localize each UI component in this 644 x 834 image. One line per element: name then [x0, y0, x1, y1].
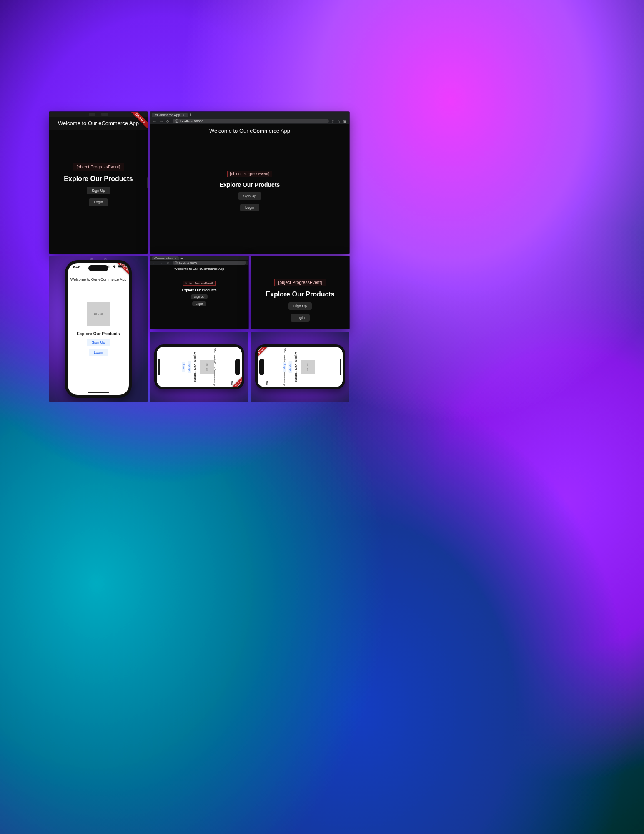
signup-button[interactable]: Sign Up — [188, 361, 191, 373]
panel-browser-wide: eCommerce App × + ← → ⟳ ⓘ localhost:5060… — [150, 112, 349, 254]
signup-button[interactable]: Sign Up — [191, 294, 208, 299]
status-time: 9:19 — [266, 381, 268, 385]
tab-title: eCommerce App — [155, 113, 180, 117]
url-text: localhost:50605 — [179, 262, 197, 264]
bookmark-star-icon[interactable]: ☆ — [337, 119, 341, 123]
app-content: [object ProgressEvent] Explore Our Produ… — [150, 272, 248, 306]
app-bar: Welcome to Our eCommerce App — [49, 117, 148, 130]
login-button[interactable]: Login — [291, 314, 310, 322]
address-bar[interactable]: ⓘ localhost:50605 — [173, 261, 246, 265]
nav-reload-icon[interactable]: ⟳ — [166, 261, 170, 265]
error-box: [object ProgressEvent] — [183, 281, 216, 286]
panel-iphone-portrait: ⊞⋯⊟ 9:19 DEBUG Welcome to Our eCommerce … — [49, 256, 148, 402]
panel-sim-dark: Welcome to Our eCommerce App DEBUG [obje… — [49, 112, 148, 254]
status-time: 9:19 — [73, 265, 80, 269]
browser-tab[interactable]: eCommerce App × — [152, 113, 188, 117]
browser-toolbar: ← → ⟳ ⓘ localhost:50605 — [150, 260, 248, 265]
dynamic-island — [235, 359, 240, 375]
app-content: [object ProgressEvent] Explore Our Produ… — [251, 256, 349, 322]
phone-screen: 150 x 150 Explore Our Products Sign Up L… — [283, 347, 318, 387]
login-button[interactable]: Login — [89, 349, 108, 356]
iphone-device: 9:19 DEBUG Welcome to Our eCommerce App … — [65, 260, 132, 398]
status-indicators — [106, 265, 124, 269]
phone-backdrop: DEBUG 9:19 Welcome to Our eCommerce App … — [251, 332, 349, 402]
toolbar-right: ⇪ ☆ ▣ — [331, 119, 347, 123]
signup-button[interactable]: Sign Up — [288, 302, 312, 310]
headline: Explore Our Products — [182, 288, 217, 292]
app-title: Welcome to Our eCommerce App — [174, 267, 224, 271]
resize-handle[interactable] — [349, 287, 349, 298]
panels-stage: Welcome to Our eCommerce App DEBUG [obje… — [0, 0, 644, 834]
dynamic-island — [88, 265, 108, 271]
tab-close-icon[interactable]: × — [183, 113, 185, 117]
svg-rect-5 — [123, 266, 123, 267]
app-title: Welcome to Our eCommerce App — [209, 128, 290, 134]
image-placeholder: 150 x 150 — [301, 360, 315, 374]
panel-dark-crop: [object ProgressEvent] Explore Our Produ… — [251, 256, 349, 329]
panel-iphone-landscape-b: DEBUG 9:19 Welcome to Our eCommerce App … — [251, 332, 349, 402]
app-bar: Welcome to Our eCommerce App — [150, 265, 248, 272]
share-icon[interactable]: ⇪ — [331, 119, 335, 123]
nav-forward-icon[interactable]: → — [159, 261, 163, 264]
resize-handle[interactable] — [147, 177, 148, 188]
headline: Explore Our Products — [266, 291, 334, 298]
wifi-icon — [112, 265, 117, 268]
sim-segment — [101, 113, 108, 116]
svg-rect-3 — [109, 266, 109, 268]
nav-back-icon[interactable]: ← — [153, 261, 157, 264]
login-button[interactable]: Login — [89, 198, 108, 206]
app-content: [object ProgressEvent] Explore Our Produ… — [150, 137, 349, 211]
site-info-icon[interactable]: ⓘ — [175, 261, 178, 265]
home-indicator[interactable] — [158, 359, 160, 375]
new-tab-button[interactable]: + — [180, 256, 183, 261]
phone-screen: Welcome to Our eCommerce App 150 x 150 E… — [68, 263, 129, 395]
extensions-icon[interactable]: ▣ — [343, 119, 347, 123]
browser-chrome: eCommerce App × + ← → ⟳ ⓘ localhost:5060… — [150, 256, 248, 265]
site-info-icon[interactable]: ⓘ — [175, 119, 178, 123]
nav-forward-icon[interactable]: → — [159, 119, 163, 123]
image-placeholder: 150 x 150 — [87, 302, 110, 326]
signup-button[interactable]: Sign Up — [238, 192, 261, 200]
tab-strip: eCommerce App × + — [150, 112, 349, 118]
address-bar[interactable]: ⓘ localhost:50605 — [173, 119, 329, 123]
dynamic-island — [259, 359, 264, 375]
login-button[interactable]: Login — [192, 301, 206, 306]
error-box: [object ProgressEvent] — [274, 279, 326, 286]
app-title: Welcome to Our eCommerce App — [58, 120, 139, 126]
nav-back-icon[interactable]: ← — [153, 119, 157, 123]
tab-strip: eCommerce App × + — [150, 256, 248, 260]
phone-backdrop: DEBUG 9:19 Welcome to Our eCommerce App … — [150, 332, 248, 402]
browser-toolbar: ← → ⟳ ⓘ localhost:50605 ⇪ ☆ ▣ — [150, 118, 349, 124]
app-bar: Welcome to Our eCommerce App — [150, 124, 349, 137]
headline: Explore Our Products — [194, 352, 197, 382]
login-button[interactable]: Login — [240, 204, 259, 211]
home-indicator[interactable] — [88, 392, 109, 393]
new-tab-button[interactable]: + — [189, 113, 192, 117]
headline: Explore Our Products — [64, 175, 133, 183]
browser-chrome: eCommerce App × + ← → ⟳ ⓘ localhost:5060… — [150, 112, 349, 124]
url-text: localhost:50605 — [180, 119, 203, 123]
nav-reload-icon[interactable]: ⟳ — [166, 119, 170, 123]
panel-iphone-landscape-a: DEBUG 9:19 Welcome to Our eCommerce App … — [150, 332, 248, 402]
sim-top-bar — [49, 112, 148, 117]
tab-close-icon[interactable]: × — [175, 256, 177, 260]
svg-rect-6 — [118, 266, 122, 268]
app-title: Welcome to Our eCommerce App — [70, 277, 126, 281]
iphone-device-landscape: DEBUG 9:19 Welcome to Our eCommerce App … — [154, 344, 244, 389]
error-box: [object ProgressEvent] — [73, 163, 124, 171]
iphone-device-landscape: DEBUG 9:19 Welcome to Our eCommerce App … — [255, 344, 345, 389]
image-placeholder: 150 x 150 — [200, 360, 214, 374]
signup-button[interactable]: Sign Up — [87, 187, 110, 194]
signup-button[interactable]: Sign Up — [289, 361, 292, 373]
login-button[interactable]: Login — [283, 362, 286, 372]
headline: Explore Our Products — [220, 181, 280, 188]
headline: Explore Our Products — [295, 352, 298, 382]
signup-button[interactable]: Sign Up — [87, 339, 110, 346]
home-indicator[interactable] — [340, 359, 341, 375]
status-time: 9:19 — [231, 381, 233, 385]
login-button[interactable]: Login — [182, 362, 185, 372]
browser-tab[interactable]: eCommerce App × — [152, 256, 179, 260]
phone-backdrop: ⊞⋯⊟ 9:19 DEBUG Welcome to Our eCommerce … — [49, 256, 148, 402]
panel-browser-small: eCommerce App × + ← → ⟳ ⓘ localhost:5060… — [150, 256, 248, 329]
phone-screen: 150 x 150 Explore Our Products Sign Up L… — [182, 347, 217, 387]
